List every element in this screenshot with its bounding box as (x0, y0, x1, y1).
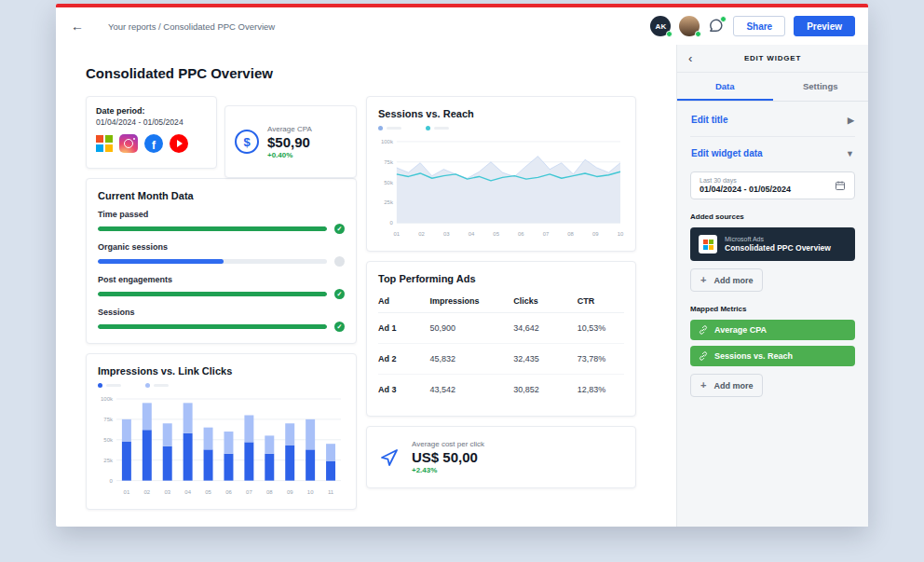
progress-label: Organic sessions (98, 242, 345, 252)
chart-legend (98, 383, 345, 388)
sessions-reach-widget[interactable]: Sessions vs. Reach 100k75k50k25k00102030… (366, 96, 636, 252)
legend-dash (154, 384, 169, 387)
current-month-widget[interactable]: Current Month Data Time passed ✓ Organic… (86, 178, 357, 344)
avg-cpc-label: Average cost per click (412, 440, 484, 448)
date-period-widget[interactable]: Date period: 01/04/2024 - 01/05/2024 f (86, 96, 217, 169)
avg-cpc-value: US$ 50,00 (412, 449, 484, 465)
link-icon (699, 325, 708, 335)
source-card-microsoft-ads[interactable]: Microsoft Ads Consolidated PPC Overview (690, 227, 855, 261)
added-sources-label: Added sources (690, 212, 855, 221)
progress-fill (98, 259, 224, 264)
average-cpa-change: +0.40% (267, 151, 312, 159)
date-preset-label: Last 30 days (700, 177, 791, 184)
svg-text:09: 09 (592, 231, 599, 237)
progress-row: Organic sessions (98, 242, 345, 267)
date-period-value: 01/04/2024 - 01/05/2024 (96, 117, 207, 127)
svg-text:01: 01 (394, 231, 401, 237)
legend-dash (106, 384, 121, 387)
legend-dash (387, 127, 401, 130)
avatar-initials[interactable]: AK (650, 16, 671, 36)
date-range-select[interactable]: Last 30 days 01/04/2024 - 01/05/2024 (690, 171, 855, 199)
svg-text:0: 0 (390, 220, 394, 226)
impressions-link-clicks-widget[interactable]: Impressions vs. Link Clicks 100k75k50k25… (86, 353, 357, 510)
add-source-button[interactable]: + Add more (690, 268, 763, 292)
metric-pill-sessions-reach[interactable]: Sessions vs. Reach (690, 346, 855, 366)
legend-dot-reach (378, 126, 383, 130)
progress-row: Sessions ✓ (98, 308, 345, 332)
share-button[interactable]: Share (733, 16, 785, 36)
panel-title: EDIT WIDGET (744, 54, 801, 62)
edit-widget-data-row[interactable]: Edit widget data ▼ (690, 137, 855, 170)
cell-clicks: 34,642 (513, 313, 578, 344)
svg-text:11: 11 (328, 489, 334, 495)
legend-dash (434, 127, 449, 130)
cell-ad: Ad 2 (378, 344, 429, 375)
progress-label: Time passed (98, 210, 345, 219)
mapped-metrics-label: Mapped Metrics (690, 305, 855, 313)
table-row: Ad 2 45,832 32,435 73,78% (378, 344, 624, 375)
svg-text:100k: 100k (381, 139, 393, 144)
col-header-ad: Ad (378, 290, 429, 313)
svg-text:05: 05 (205, 489, 211, 495)
progress-fill (98, 226, 327, 231)
panel-back-button[interactable]: ‹ (688, 52, 692, 64)
avatar-initials-text: AK (656, 22, 667, 31)
cell-ad: Ad 1 (378, 313, 429, 344)
progress-status-icon: ✓ (334, 224, 345, 234)
plus-icon: + (700, 275, 706, 285)
edit-widget-panel: ‹ EDIT WIDGET Data Settings Edit title ▶… (676, 45, 868, 527)
svg-text:25k: 25k (103, 458, 113, 463)
back-button[interactable]: ← (71, 20, 84, 33)
topbar: ← Your reports / Consolidated PPC Overvi… (56, 7, 868, 45)
facebook-icon: f (144, 134, 163, 153)
current-month-title: Current Month Data (98, 190, 345, 201)
comments-button[interactable] (708, 18, 725, 34)
link-icon (699, 351, 708, 361)
progress-row: Time passed ✓ (98, 210, 345, 234)
progress-label: Post engagements (98, 275, 345, 284)
avatar-photo[interactable] (679, 16, 700, 36)
svg-text:75k: 75k (103, 417, 113, 422)
svg-text:50k: 50k (103, 437, 113, 443)
tab-settings[interactable]: Settings (773, 73, 869, 101)
progress-fill (98, 292, 327, 296)
instagram-icon (119, 134, 138, 153)
avg-cpc-widget[interactable]: Average cost per click US$ 50,00 +2.43% (366, 426, 636, 488)
metric-pill-average-cpa[interactable]: Average CPA (690, 320, 855, 340)
svg-text:08: 08 (567, 231, 574, 237)
svg-text:03: 03 (443, 231, 450, 237)
table-row: Ad 1 50,900 34,642 10,53% (378, 313, 624, 344)
edit-title-row[interactable]: Edit title ▶ (690, 103, 855, 137)
col-header-ctr: CTR (578, 290, 624, 313)
progress-fill (98, 324, 327, 329)
youtube-icon (170, 134, 188, 153)
source-provider: Microsoft Ads (725, 236, 831, 242)
online-status-dot (695, 31, 701, 37)
preview-button[interactable]: Preview (794, 16, 855, 36)
svg-text:02: 02 (143, 489, 150, 495)
avg-cpc-change: +2.43% (412, 466, 484, 474)
col-header-clicks: Clicks (513, 290, 578, 313)
average-cpa-widget[interactable]: $ Average CPA $50,90 +0.40% (224, 105, 357, 178)
topbar-actions: AK Share Preview (650, 16, 855, 36)
cell-impressions: 43,542 (429, 375, 513, 405)
progress-status-icon: ✓ (334, 322, 345, 332)
top-performing-ads-widget[interactable]: Top Performing Ads Ad Impressions Clicks… (366, 261, 636, 417)
add-metric-label: Add more (713, 381, 753, 391)
metric-pill-label: Sessions vs. Reach (714, 351, 793, 361)
add-metric-button[interactable]: + Add more (690, 374, 763, 397)
sessions-line-chart: 100k75k50k25k001020304050607080910 (378, 134, 624, 240)
cell-ctr: 12,83% (578, 375, 624, 405)
chart-legend (378, 126, 624, 130)
svg-text:07: 07 (543, 231, 550, 237)
edit-widget-header: ‹ EDIT WIDGET (677, 45, 868, 73)
cell-impressions: 50,900 (429, 313, 513, 344)
tab-data[interactable]: Data (677, 73, 773, 101)
progress-track (98, 226, 327, 231)
svg-text:06: 06 (518, 231, 524, 237)
svg-text:50k: 50k (384, 180, 393, 185)
svg-text:06: 06 (225, 489, 232, 495)
legend-dot-sessions (426, 126, 430, 130)
table-header-row: Ad Impressions Clicks CTR (378, 290, 624, 313)
report-canvas: Consolidated PPC Overview Date period: 0… (56, 45, 676, 527)
